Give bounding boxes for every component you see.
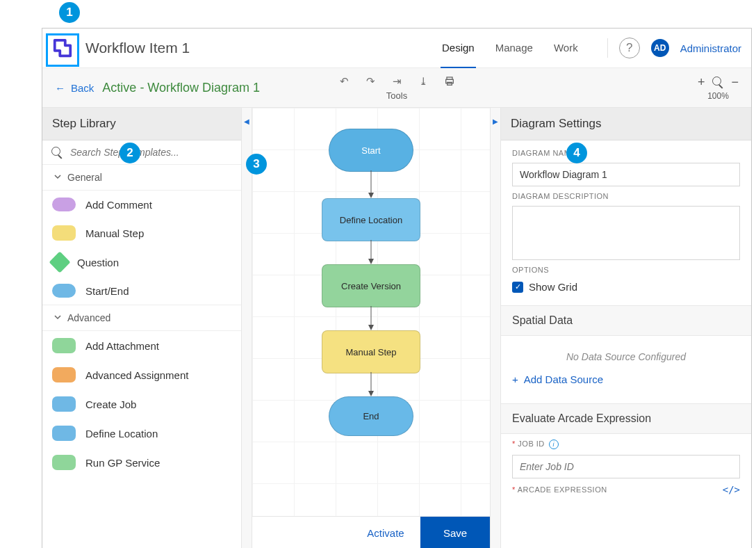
node-create-version[interactable]: Create Version bbox=[322, 264, 420, 307]
tab-design[interactable]: Design bbox=[441, 28, 476, 68]
step-manual-step[interactable]: Manual Step bbox=[42, 218, 241, 248]
zoom-level: 100% bbox=[707, 91, 729, 101]
step-create-job[interactable]: Create Job bbox=[42, 389, 241, 419]
toolbar: ← Back Active - Workflow Diagram 1 ↶ ↷ ⇥… bbox=[42, 68, 751, 108]
category-general[interactable]: General bbox=[42, 165, 241, 191]
step-label: Define Location bbox=[85, 428, 158, 440]
step-label: Question bbox=[77, 257, 119, 268]
plus-icon: + bbox=[512, 373, 518, 385]
canvas-footer: Activate Save bbox=[252, 516, 490, 548]
arcade-title: Evaluate Arcade Expression bbox=[512, 412, 740, 425]
arcade-section: Evaluate Arcade Expression bbox=[501, 403, 751, 434]
zoom-controls: + − 100% bbox=[698, 75, 739, 101]
print-icon[interactable] bbox=[443, 75, 456, 88]
oval-icon bbox=[52, 198, 76, 211]
category-label: General bbox=[67, 172, 102, 183]
step-advanced-assignment[interactable]: Advanced Assignment bbox=[42, 360, 241, 389]
step-label: Manual Step bbox=[85, 227, 144, 239]
app-logo-icon[interactable] bbox=[52, 38, 73, 58]
connector-arrow bbox=[368, 240, 375, 264]
no-data-source-text: No Data Source Configured bbox=[512, 341, 740, 366]
node-start[interactable]: Start bbox=[329, 129, 413, 172]
tools-label: Tools bbox=[386, 90, 407, 101]
connector-arrow bbox=[368, 170, 375, 198]
diagram-desc-input[interactable] bbox=[512, 206, 740, 260]
step-run-gp-service[interactable]: Run GP Service bbox=[42, 448, 241, 477]
add-data-source-button[interactable]: + Add Data Source bbox=[512, 372, 740, 391]
breadcrumb: Active - Workflow Diagram 1 bbox=[102, 81, 260, 95]
rect-icon bbox=[52, 396, 76, 412]
zoom-out-button[interactable]: − bbox=[731, 75, 739, 90]
rect-icon bbox=[52, 367, 76, 382]
help-icon[interactable]: ? bbox=[619, 38, 640, 58]
header-right: ? AD Administrator bbox=[607, 38, 741, 58]
save-button[interactable]: Save bbox=[420, 517, 490, 548]
diagram-name-input[interactable] bbox=[512, 163, 740, 186]
svg-marker-4 bbox=[368, 193, 374, 198]
step-start-end[interactable]: Start/End bbox=[42, 277, 241, 305]
search-icon bbox=[51, 146, 63, 159]
jobid-input[interactable] bbox=[512, 455, 740, 478]
back-label: Back bbox=[71, 82, 94, 94]
collapse-right-handle[interactable]: ▶ bbox=[490, 108, 500, 548]
step-label: Run GP Service bbox=[85, 457, 160, 469]
callout-badge: 1 bbox=[59, 2, 80, 23]
step-label: Add Comment bbox=[85, 199, 152, 211]
rect-icon bbox=[52, 338, 76, 353]
user-menu[interactable]: Administrator bbox=[680, 42, 741, 54]
divider bbox=[607, 38, 608, 58]
svg-rect-2 bbox=[447, 82, 452, 85]
chevron-down-icon bbox=[54, 172, 62, 183]
step-search-input[interactable] bbox=[69, 146, 233, 159]
show-grid-label: Show Grid bbox=[529, 281, 577, 293]
avatar[interactable]: AD bbox=[651, 39, 669, 57]
search-icon[interactable] bbox=[712, 76, 724, 88]
zoom-in-button[interactable]: + bbox=[698, 75, 705, 90]
tab-work[interactable]: Work bbox=[552, 28, 580, 68]
step-add-comment[interactable]: Add Comment bbox=[42, 191, 241, 218]
tab-manage[interactable]: Manage bbox=[494, 28, 534, 68]
category-advanced[interactable]: Advanced bbox=[42, 305, 241, 331]
rect-icon bbox=[52, 225, 76, 241]
collapse-left-handle[interactable]: ◀ bbox=[242, 108, 252, 548]
callout-badge: 3 bbox=[246, 154, 267, 175]
diagram-canvas[interactable]: Start Define Location Create Version Man… bbox=[252, 108, 490, 548]
node-define-location[interactable]: Define Location bbox=[322, 198, 420, 241]
activate-button[interactable]: Activate bbox=[351, 517, 420, 548]
page-title: Workflow Item 1 bbox=[85, 40, 190, 56]
step-library-panel: Step Library General Add Comment Manual … bbox=[42, 108, 242, 548]
node-end[interactable]: End bbox=[329, 396, 413, 436]
step-library-title: Step Library bbox=[42, 108, 241, 140]
node-manual-step[interactable]: Manual Step bbox=[322, 330, 420, 373]
diagram-settings-panel: Diagram Settings DIAGRAM NAME DIAGRAM DE… bbox=[500, 108, 751, 548]
step-label: Add Attachment bbox=[85, 340, 159, 352]
back-button[interactable]: ← Back bbox=[55, 82, 94, 94]
step-label: Start/End bbox=[85, 285, 129, 297]
checkbox-checked-icon: ✓ bbox=[512, 282, 523, 293]
undo-icon[interactable]: ↶ bbox=[338, 75, 350, 88]
jobid-label: JOB IDi bbox=[512, 440, 740, 449]
step-label: Advanced Assignment bbox=[85, 369, 188, 381]
diamond-icon bbox=[49, 251, 70, 273]
svg-marker-6 bbox=[368, 259, 374, 264]
align-horizontal-icon[interactable]: ⇥ bbox=[391, 75, 403, 88]
step-label: Create Job bbox=[85, 398, 136, 410]
step-question[interactable]: Question bbox=[42, 248, 241, 277]
redo-icon[interactable]: ↷ bbox=[364, 75, 377, 88]
step-add-attachment[interactable]: Add Attachment bbox=[42, 331, 241, 360]
code-icon[interactable]: </> bbox=[723, 484, 740, 495]
step-search bbox=[42, 140, 241, 165]
spatial-data-section: Spatial Data bbox=[501, 305, 751, 336]
header-tabs: Design Manage Work bbox=[441, 29, 580, 67]
chevron-down-icon bbox=[54, 312, 62, 323]
app-window: Workflow Item 1 Design Manage Work ? AD … bbox=[42, 28, 752, 548]
connector-arrow bbox=[368, 372, 375, 396]
align-vertical-icon[interactable]: ⤓ bbox=[417, 75, 429, 88]
info-icon[interactable]: i bbox=[549, 440, 559, 449]
arcade-expression-label: ARCADE EXPRESSION bbox=[512, 485, 607, 494]
show-grid-checkbox[interactable]: ✓ Show Grid bbox=[512, 281, 740, 293]
diagram-settings-title: Diagram Settings bbox=[501, 108, 751, 140]
step-define-location[interactable]: Define Location bbox=[42, 419, 241, 448]
category-label: Advanced bbox=[67, 312, 110, 323]
callout-badge: 2 bbox=[120, 143, 140, 163]
